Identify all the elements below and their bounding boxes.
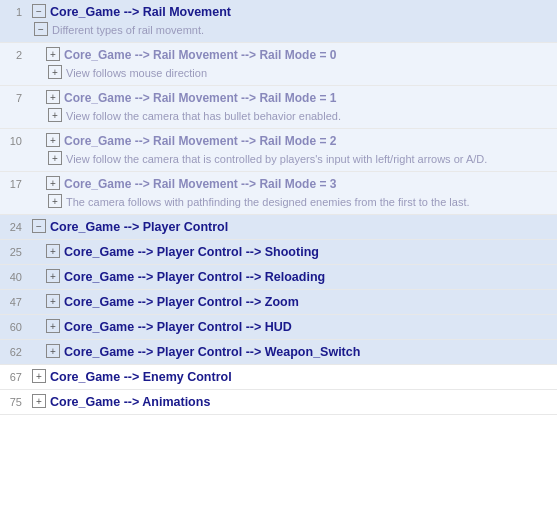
line-number: 25 bbox=[0, 241, 28, 261]
row-title: Core_Game --> Rail Movement --> Rail Mod… bbox=[64, 175, 336, 193]
desc-row: +View follow the camera that is controll… bbox=[46, 150, 553, 168]
desc-expand-icon[interactable]: + bbox=[48, 108, 62, 122]
expand-icon[interactable]: + bbox=[46, 244, 60, 258]
line-number: 60 bbox=[0, 316, 28, 336]
expand-icon[interactable]: − bbox=[32, 4, 46, 18]
line-number: 40 bbox=[0, 266, 28, 286]
line-number: 17 bbox=[0, 173, 28, 193]
line-number: 2 bbox=[0, 44, 28, 64]
row-title: Core_Game --> Player Control --> HUD bbox=[64, 318, 292, 336]
row-title: Core_Game --> Player Control bbox=[50, 218, 228, 236]
row-title: Core_Game --> Enemy Control bbox=[50, 368, 232, 386]
row-main-line: +Core_Game --> Player Control --> HUD bbox=[46, 318, 553, 336]
desc-expand-icon[interactable]: + bbox=[48, 151, 62, 165]
line-number: 10 bbox=[0, 130, 28, 150]
row-title: Core_Game --> Rail Movement --> Rail Mod… bbox=[64, 46, 336, 64]
tree-row[interactable]: 67+Core_Game --> Enemy Control bbox=[0, 365, 557, 390]
row-main-line: +Core_Game --> Animations bbox=[32, 393, 553, 411]
expand-icon[interactable]: + bbox=[46, 294, 60, 308]
expand-icon[interactable]: + bbox=[46, 90, 60, 104]
expand-icon[interactable]: − bbox=[32, 219, 46, 233]
row-content: −Core_Game --> Player Control bbox=[28, 216, 557, 238]
row-main-line: +Core_Game --> Rail Movement --> Rail Mo… bbox=[46, 132, 553, 150]
row-main-line: +Core_Game --> Player Control --> Weapon… bbox=[46, 343, 553, 361]
row-title: Core_Game --> Player Control --> Reloadi… bbox=[64, 268, 325, 286]
row-content: +Core_Game --> Player Control --> Reload… bbox=[28, 266, 557, 288]
row-main-line: +Core_Game --> Rail Movement --> Rail Mo… bbox=[46, 175, 553, 193]
row-content: +Core_Game --> Rail Movement --> Rail Mo… bbox=[28, 44, 557, 84]
row-content: +Core_Game --> Player Control --> Zoom bbox=[28, 291, 557, 313]
row-title: Core_Game --> Animations bbox=[50, 393, 210, 411]
row-content: +Core_Game --> Player Control --> HUD bbox=[28, 316, 557, 338]
line-number: 62 bbox=[0, 341, 28, 361]
expand-icon[interactable]: + bbox=[46, 269, 60, 283]
row-content: −Core_Game --> Rail Movement−Different t… bbox=[28, 1, 557, 41]
row-main-line: +Core_Game --> Rail Movement --> Rail Mo… bbox=[46, 89, 553, 107]
desc-row: −Different types of rail movemnt. bbox=[32, 21, 553, 39]
row-title: Core_Game --> Rail Movement bbox=[50, 3, 231, 21]
tree-row[interactable]: 7+Core_Game --> Rail Movement --> Rail M… bbox=[0, 86, 557, 129]
row-main-line: −Core_Game --> Player Control bbox=[32, 218, 553, 236]
row-content: +Core_Game --> Animations bbox=[28, 391, 557, 413]
row-description: View follow the camera that is controlle… bbox=[66, 150, 487, 168]
desc-expand-icon[interactable]: + bbox=[48, 194, 62, 208]
expand-icon[interactable]: + bbox=[46, 319, 60, 333]
tree-row[interactable]: 2+Core_Game --> Rail Movement --> Rail M… bbox=[0, 43, 557, 86]
line-number: 7 bbox=[0, 87, 28, 107]
row-title: Core_Game --> Rail Movement --> Rail Mod… bbox=[64, 89, 336, 107]
tree-row[interactable]: 62+Core_Game --> Player Control --> Weap… bbox=[0, 340, 557, 365]
expand-icon[interactable]: + bbox=[46, 344, 60, 358]
row-description: View follows mouse direction bbox=[66, 64, 207, 82]
row-main-line: +Core_Game --> Player Control --> Reload… bbox=[46, 268, 553, 286]
desc-row: +View follows mouse direction bbox=[46, 64, 553, 82]
row-description: View follow the camera that has bullet b… bbox=[66, 107, 341, 125]
row-title: Core_Game --> Player Control --> Zoom bbox=[64, 293, 299, 311]
desc-expand-icon[interactable]: − bbox=[34, 22, 48, 36]
tree-row[interactable]: 24−Core_Game --> Player Control bbox=[0, 215, 557, 240]
row-main-line: +Core_Game --> Player Control --> Shooti… bbox=[46, 243, 553, 261]
expand-icon[interactable]: + bbox=[32, 369, 46, 383]
tree-row[interactable]: 25+Core_Game --> Player Control --> Shoo… bbox=[0, 240, 557, 265]
tree-row[interactable]: 75+Core_Game --> Animations bbox=[0, 390, 557, 415]
row-content: +Core_Game --> Rail Movement --> Rail Mo… bbox=[28, 87, 557, 127]
tree-row[interactable]: 17+Core_Game --> Rail Movement --> Rail … bbox=[0, 172, 557, 215]
row-description: The camera follows with pathfinding the … bbox=[66, 193, 470, 211]
row-content: +Core_Game --> Rail Movement --> Rail Mo… bbox=[28, 173, 557, 213]
desc-row: +The camera follows with pathfinding the… bbox=[46, 193, 553, 211]
row-content: +Core_Game --> Player Control --> Shooti… bbox=[28, 241, 557, 263]
tree-row[interactable]: 40+Core_Game --> Player Control --> Relo… bbox=[0, 265, 557, 290]
desc-row: +View follow the camera that has bullet … bbox=[46, 107, 553, 125]
row-content: +Core_Game --> Enemy Control bbox=[28, 366, 557, 388]
row-title: Core_Game --> Rail Movement --> Rail Mod… bbox=[64, 132, 336, 150]
expand-icon[interactable]: + bbox=[32, 394, 46, 408]
line-number: 67 bbox=[0, 366, 28, 386]
desc-expand-icon[interactable]: + bbox=[48, 65, 62, 79]
row-main-line: +Core_Game --> Enemy Control bbox=[32, 368, 553, 386]
expand-icon[interactable]: + bbox=[46, 47, 60, 61]
expand-icon[interactable]: + bbox=[46, 133, 60, 147]
expand-icon[interactable]: + bbox=[46, 176, 60, 190]
row-title: Core_Game --> Player Control --> Weapon_… bbox=[64, 343, 360, 361]
tree-row[interactable]: 60+Core_Game --> Player Control --> HUD bbox=[0, 315, 557, 340]
line-number: 47 bbox=[0, 291, 28, 311]
row-main-line: +Core_Game --> Rail Movement --> Rail Mo… bbox=[46, 46, 553, 64]
row-content: +Core_Game --> Player Control --> Weapon… bbox=[28, 341, 557, 363]
row-title: Core_Game --> Player Control --> Shootin… bbox=[64, 243, 319, 261]
row-content: +Core_Game --> Rail Movement --> Rail Mo… bbox=[28, 130, 557, 170]
tree-row[interactable]: 47+Core_Game --> Player Control --> Zoom bbox=[0, 290, 557, 315]
row-description: Different types of rail movemnt. bbox=[52, 21, 204, 39]
tree-container: 1−Core_Game --> Rail Movement−Different … bbox=[0, 0, 557, 415]
line-number: 24 bbox=[0, 216, 28, 236]
tree-row[interactable]: 10+Core_Game --> Rail Movement --> Rail … bbox=[0, 129, 557, 172]
row-main-line: −Core_Game --> Rail Movement bbox=[32, 3, 553, 21]
line-number: 1 bbox=[0, 1, 28, 21]
line-number: 75 bbox=[0, 391, 28, 411]
row-main-line: +Core_Game --> Player Control --> Zoom bbox=[46, 293, 553, 311]
tree-row[interactable]: 1−Core_Game --> Rail Movement−Different … bbox=[0, 0, 557, 43]
